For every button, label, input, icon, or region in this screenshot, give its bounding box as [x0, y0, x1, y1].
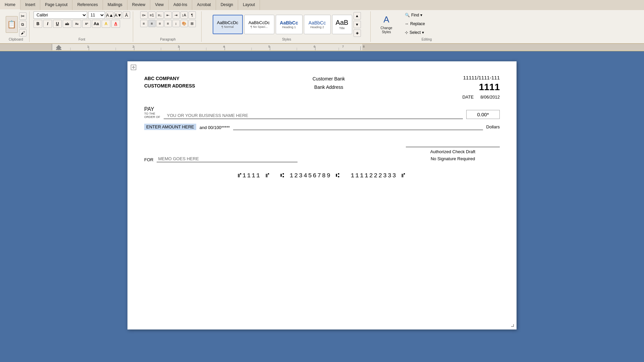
- style-h1-preview: AaBbCc: [280, 20, 298, 25]
- svg-text:6: 6: [314, 45, 315, 48]
- style-heading1[interactable]: AaBbCc Heading 1: [276, 15, 303, 34]
- svg-text:2: 2: [132, 45, 134, 48]
- tab-page-layout[interactable]: Page Layout: [40, 0, 72, 10]
- shading-button[interactable]: 🎨: [180, 20, 188, 27]
- numbering-button[interactable]: ≡1: [148, 11, 156, 19]
- cut-button[interactable]: ✂: [19, 12, 26, 20]
- replace-button[interactable]: ↔ Replace: [405, 20, 448, 27]
- micr-routing: ⑆ 123456789 ⑆: [280, 172, 341, 179]
- justify-button[interactable]: ≡: [164, 20, 172, 27]
- ruler: 1 2 3 4 5 6 7 8: [0, 44, 644, 51]
- tab-design[interactable]: Design: [216, 0, 238, 10]
- font-color-button[interactable]: A: [111, 20, 120, 28]
- style-normal[interactable]: AaBbCcDc ¶ Normal: [213, 15, 243, 34]
- copy-button[interactable]: ⧉: [19, 21, 26, 28]
- paste-button[interactable]: 📋: [6, 16, 18, 33]
- style-heading2[interactable]: AaBbCc Heading 2: [304, 15, 331, 34]
- tab-references[interactable]: References: [72, 0, 103, 10]
- styles-scroll-down[interactable]: ▼: [354, 21, 361, 28]
- font-family-select[interactable]: Calibri: [34, 11, 87, 19]
- line-spacing-button[interactable]: ↕: [172, 20, 180, 27]
- tab-view[interactable]: View: [150, 0, 169, 10]
- editing-label: Editing: [422, 38, 432, 41]
- find-dropdown-arrow[interactable]: ▾: [420, 13, 422, 17]
- tab-acrobat[interactable]: Acrobat: [192, 0, 216, 10]
- select-button[interactable]: ⊹ Select ▾: [405, 29, 448, 36]
- style-h2-label: Heading 2: [310, 25, 324, 29]
- resize-handle[interactable]: [511, 324, 514, 327]
- bold-button[interactable]: B: [34, 20, 42, 28]
- date-label: DATE: [462, 95, 474, 100]
- auth-line1: Authorized Check Draft: [406, 148, 500, 156]
- date-row: DATE 8/06/2012: [462, 93, 500, 100]
- change-styles-group: A Change Styles: [372, 11, 401, 42]
- amount-box[interactable]: 0.00*: [466, 110, 500, 119]
- style-normal-label: ¶ Normal: [221, 25, 233, 28]
- tab-insert[interactable]: Insert: [20, 0, 40, 10]
- highlight-button[interactable]: A: [102, 20, 110, 28]
- select-dropdown-arrow[interactable]: ▾: [422, 30, 424, 35]
- font-size-select[interactable]: 11: [88, 11, 105, 19]
- tab-review[interactable]: Review: [127, 0, 150, 10]
- company-info: ABC COMPANY CUSTOMER ADDRESS: [144, 75, 195, 90]
- clear-format-button[interactable]: Ā: [123, 11, 130, 19]
- change-styles-button[interactable]: A Change Styles: [375, 11, 398, 39]
- format-painter-button[interactable]: 🖌: [19, 29, 26, 37]
- memo-row: FOR MEMO GOES HERE: [144, 156, 298, 162]
- align-left-button[interactable]: ≡: [140, 20, 148, 27]
- bank-address: Bank Address: [313, 83, 345, 92]
- svg-text:1: 1: [87, 45, 89, 48]
- change-case-button[interactable]: Aa: [92, 20, 101, 28]
- style-normal-preview: AaBbCcDc: [217, 20, 238, 25]
- date-value: 8/06/2012: [480, 95, 500, 100]
- increase-font-button[interactable]: A▲: [106, 11, 113, 19]
- align-center-button[interactable]: ≡: [148, 20, 156, 27]
- superscript-button[interactable]: X²: [82, 20, 91, 28]
- paragraph-label: Paragraph: [160, 38, 176, 41]
- find-button[interactable]: 🔍 Find ▾: [405, 11, 448, 19]
- ribbon-body: 📋 ✂ ⧉ 🖌 Clipboard Calibri 11: [0, 10, 644, 44]
- decrease-font-button[interactable]: A▼: [114, 11, 122, 19]
- show-formatting-button[interactable]: ¶: [189, 11, 196, 19]
- styles-scroll-up[interactable]: ▲: [354, 12, 361, 19]
- multilevel-list-button[interactable]: ≡↓: [156, 11, 164, 19]
- written-amount-text[interactable]: ENTER AMOUNT HERE: [144, 124, 196, 130]
- check-number-area: 11111/1111-111 1111 DATE 8/06/2012: [462, 75, 500, 100]
- styles-expand[interactable]: ◈: [354, 29, 361, 37]
- tab-home[interactable]: Home: [0, 0, 20, 10]
- check-spacer: [144, 130, 500, 147]
- replace-icon: ↔: [405, 21, 409, 26]
- svg-text:5: 5: [268, 45, 270, 48]
- micr-line: ⑈1111 ⑈ ⑆ 123456789 ⑆ 1111222333 ⑈: [144, 172, 500, 179]
- decrease-indent-button[interactable]: ⇤: [164, 11, 172, 19]
- svg-rect-28: [56, 49, 61, 50]
- subscript-button[interactable]: X₂: [72, 20, 81, 28]
- written-amount-row: ENTER AMOUNT HERE and 00/100***** Dollar…: [144, 124, 500, 130]
- main-area: ✛ ABC COMPANY CUSTOMER ADDRESS Customer …: [0, 51, 644, 336]
- check-header: ABC COMPANY CUSTOMER ADDRESS Customer Ba…: [144, 75, 500, 100]
- tab-mailings[interactable]: Mailings: [103, 0, 127, 10]
- memo-auth-row: FOR MEMO GOES HERE Authorized Check Draf…: [144, 147, 500, 163]
- sort-button[interactable]: ↕A: [180, 11, 188, 19]
- bullets-button[interactable]: ≡•: [140, 11, 148, 19]
- style-no-spacing[interactable]: AaBbCcDc ¶ No Spaci...: [244, 15, 274, 34]
- replace-label: Replace: [410, 21, 425, 26]
- editing-area: 🔍 Find ▾ ↔ Replace ⊹ Select ▾: [405, 11, 448, 41]
- italic-button[interactable]: I: [43, 20, 52, 28]
- underline-button[interactable]: U: [53, 20, 62, 28]
- borders-button[interactable]: ⊞: [189, 20, 196, 27]
- style-title[interactable]: AaB Title: [332, 15, 352, 34]
- auth-line2: No Signature Required: [406, 156, 500, 163]
- increase-indent-button[interactable]: ⇥: [172, 11, 180, 19]
- tab-addins[interactable]: Add-Ins: [169, 0, 192, 10]
- check-number: 1111: [479, 82, 500, 93]
- font-group: Calibri 11 A▲ A▼ Ā B I U ab X₂ X² Aa: [31, 11, 133, 42]
- align-right-button[interactable]: ≡: [156, 20, 164, 27]
- tab-layout[interactable]: Layout: [238, 0, 260, 10]
- move-handle[interactable]: ✛: [131, 65, 136, 70]
- strikethrough-button[interactable]: ab: [63, 20, 71, 28]
- pay-section: PAY TO THEORDER OF YOU OR YOUR BUSINESS …: [144, 106, 500, 130]
- dollars-label: Dollars: [486, 124, 500, 130]
- payee-line[interactable]: YOU OR YOUR BUSINESS NAME HERE: [164, 113, 463, 119]
- memo-line[interactable]: MEMO GOES HERE: [157, 156, 298, 162]
